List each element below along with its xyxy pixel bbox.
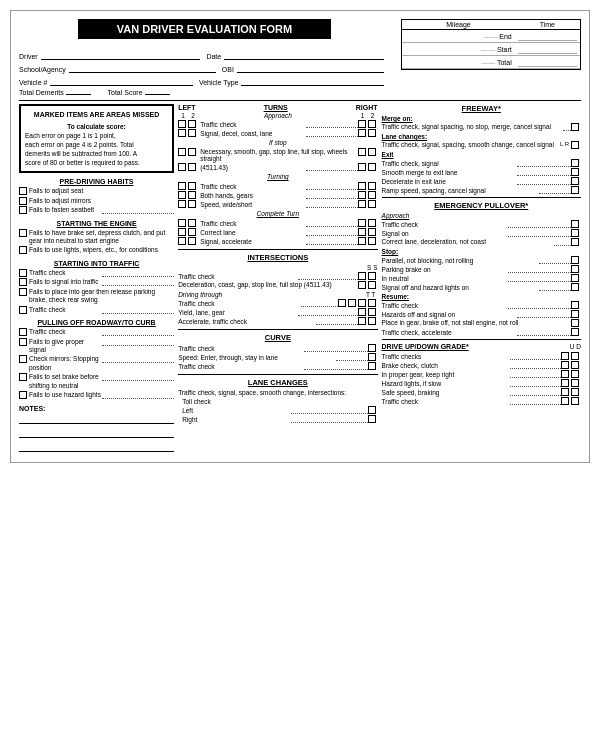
check-hands-l2[interactable] — [188, 191, 196, 199]
notes-line-1[interactable] — [19, 412, 174, 424]
check-speed-l1[interactable] — [178, 200, 186, 208]
check-signal-accel-r2[interactable] — [368, 237, 376, 245]
check-exit-ramp[interactable] — [571, 186, 579, 194]
check-ep-tc[interactable] — [571, 220, 579, 228]
check-intersect-tc-2[interactable] — [368, 272, 376, 280]
check-code-r2[interactable] — [368, 163, 376, 171]
check-turn-traffic-r1[interactable] — [358, 120, 366, 128]
check-turn-traffic-l2[interactable] — [188, 120, 196, 128]
check-yield-1[interactable] — [358, 308, 366, 316]
check-exit-merge[interactable] — [571, 168, 579, 176]
check-turning-tc-r1[interactable] — [358, 182, 366, 190]
check-ifstop-r1[interactable] — [358, 148, 366, 156]
check-dt-tc-1[interactable] — [338, 299, 346, 307]
check-correct-lane-l2[interactable] — [188, 228, 196, 236]
check-dt-tc-2[interactable] — [348, 299, 356, 307]
notes-line-3[interactable] — [19, 440, 174, 452]
check-set-brake[interactable] — [19, 373, 27, 381]
check-signal-hazard[interactable] — [571, 283, 579, 291]
date-field[interactable] — [224, 50, 384, 60]
check-code-r1[interactable] — [358, 163, 366, 171]
check-ep-signal[interactable] — [571, 229, 579, 237]
check-ct-tc-r2[interactable] — [368, 219, 376, 227]
check-resume-tc[interactable] — [571, 301, 579, 309]
check-traffic-check-2[interactable] — [19, 306, 27, 314]
check-signal-r1[interactable] — [358, 129, 366, 137]
check-mirrors-stop[interactable] — [19, 355, 27, 363]
check-turn-traffic-r2[interactable] — [368, 120, 376, 128]
check-ct-tc-l1[interactable] — [178, 219, 186, 227]
check-parking-brake[interactable] — [19, 288, 27, 296]
check-lights-wipers[interactable] — [19, 246, 27, 254]
check-correct-lane-r1[interactable] — [358, 228, 366, 236]
check-ep-correct[interactable] — [571, 238, 579, 246]
check-signal-l2[interactable] — [188, 129, 196, 137]
check-lc-right[interactable] — [368, 415, 376, 423]
check-safe-d[interactable] — [571, 388, 579, 396]
check-decel-1[interactable] — [358, 281, 366, 289]
check-speed-r2[interactable] — [368, 200, 376, 208]
notes-line-2[interactable] — [19, 426, 174, 438]
check-resume-accel[interactable] — [571, 328, 579, 336]
check-speed-l2[interactable] — [188, 200, 196, 208]
check-curve-speed[interactable] — [368, 353, 376, 361]
check-ct-tc-l2[interactable] — [188, 219, 196, 227]
check-ct-tc-r1[interactable] — [358, 219, 366, 227]
check-dt-tc-4[interactable] — [368, 299, 376, 307]
check-hands-r1[interactable] — [358, 191, 366, 199]
check-turn-traffic-l1[interactable] — [178, 120, 186, 128]
check-signal-accel-r1[interactable] — [358, 237, 366, 245]
check-signal-accel-l1[interactable] — [178, 237, 186, 245]
check-code-l2[interactable] — [188, 163, 196, 171]
check-proper-gear-u[interactable] — [561, 370, 569, 378]
check-traffic-check-1[interactable] — [19, 269, 27, 277]
check-turning-tc-l2[interactable] — [188, 182, 196, 190]
check-ifstop-l2[interactable] — [188, 148, 196, 156]
check-code-l1[interactable] — [178, 163, 186, 171]
check-hands-l1[interactable] — [178, 191, 186, 199]
check-exit-tc[interactable] — [571, 159, 579, 167]
check-neutral[interactable] — [571, 274, 579, 282]
check-decel-2[interactable] — [368, 281, 376, 289]
check-adjust-seat[interactable] — [19, 187, 27, 195]
check-brake-u[interactable] — [561, 361, 569, 369]
check-intersect-tc-1[interactable] — [358, 272, 366, 280]
check-exit-decel[interactable] — [571, 177, 579, 185]
check-grade-tc2-d[interactable] — [571, 397, 579, 405]
check-grade-tc-d[interactable] — [571, 352, 579, 360]
check-yield-2[interactable] — [368, 308, 376, 316]
check-hazard-u[interactable] — [561, 379, 569, 387]
check-hazard-d[interactable] — [571, 379, 579, 387]
check-hazard-lights[interactable] — [19, 391, 27, 399]
check-correct-lane-l1[interactable] — [178, 228, 186, 236]
check-signal-l1[interactable] — [178, 129, 186, 137]
check-proper-gear-d[interactable] — [571, 370, 579, 378]
check-grade-tc-u[interactable] — [561, 352, 569, 360]
check-accel-tc-1[interactable] — [358, 317, 366, 325]
check-turning-tc-r2[interactable] — [368, 182, 376, 190]
check-dt-tc-3[interactable] — [358, 299, 366, 307]
check-signal-traffic[interactable] — [19, 278, 27, 286]
check-ifstop-l1[interactable] — [178, 148, 186, 156]
obi-field[interactable] — [237, 63, 384, 73]
check-merge[interactable] — [571, 123, 579, 131]
check-signal-r2[interactable] — [368, 129, 376, 137]
check-safe-u[interactable] — [561, 388, 569, 396]
driver-field[interactable] — [41, 50, 201, 60]
check-signal-accel-l2[interactable] — [188, 237, 196, 245]
school-field[interactable] — [69, 63, 216, 73]
check-curve-tc2[interactable] — [368, 362, 376, 370]
check-seatbelt[interactable] — [19, 206, 27, 214]
check-turning-tc-l1[interactable] — [178, 182, 186, 190]
check-brake-d[interactable] — [571, 361, 579, 369]
vehicle-field[interactable] — [50, 76, 192, 86]
check-lc-fw[interactable] — [571, 141, 579, 149]
total-demerits-field[interactable] — [66, 94, 91, 95]
check-parking-ep[interactable] — [571, 265, 579, 273]
check-proper-signal[interactable] — [19, 338, 27, 346]
total-score-field[interactable] — [145, 94, 170, 95]
check-hands-r2[interactable] — [368, 191, 376, 199]
check-hazards-off[interactable] — [571, 310, 579, 318]
check-speed-r1[interactable] — [358, 200, 366, 208]
vehicle-type-field[interactable] — [241, 76, 383, 86]
